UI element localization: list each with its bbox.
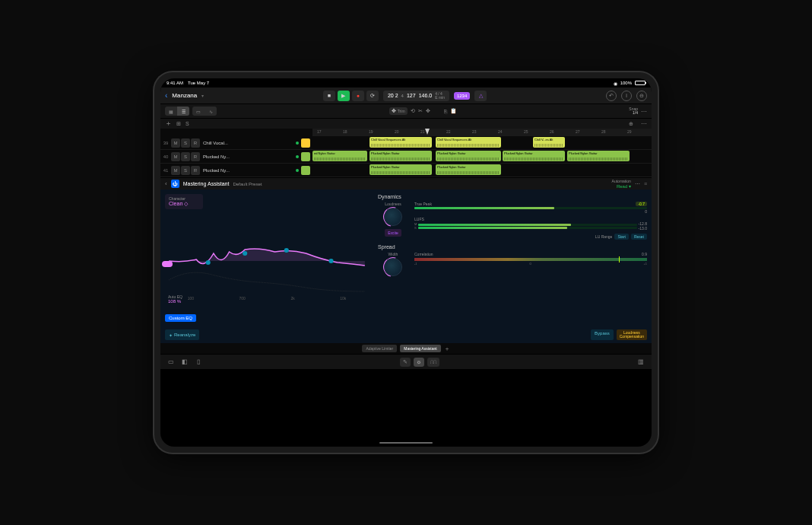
back-button[interactable]: ‹ [165, 91, 167, 100]
play-button[interactable]: ▶ [338, 91, 350, 101]
lu-reset-button[interactable]: Reset [631, 234, 647, 240]
metronome-button[interactable]: △ [474, 91, 487, 101]
track-header[interactable]: 39 M S R Chill Vocal... [160, 136, 312, 150]
character-selector[interactable]: Character Clean ◇ [165, 194, 203, 209]
home-indicator[interactable] [379, 442, 433, 444]
lcd-display[interactable]: 20 2 4 127 146.0 4 / 4 E min [383, 91, 449, 101]
stop-button[interactable]: ■ [323, 91, 335, 101]
region[interactable]: Chill V...es Alt [533, 137, 565, 148]
record-enable-button[interactable]: R [191, 152, 200, 161]
reanalyze-button[interactable]: ✦ Reanalyze [165, 329, 199, 340]
mixer-button[interactable]: ◧ [180, 358, 189, 367]
track-header[interactable]: 40 M S R Plucked Ny... [160, 150, 312, 164]
move-tool-icon[interactable]: ✥ [426, 108, 430, 114]
plugin-power-button[interactable]: ⏻ [171, 180, 179, 188]
eq-graph[interactable]: 100 700 2k 10k [165, 215, 369, 299]
solo-all-button[interactable]: S [186, 121, 189, 126]
excite-button[interactable]: Excite [385, 229, 401, 237]
plugin-more-button[interactable]: ⋯ [635, 181, 640, 187]
eq-node-2[interactable] [243, 251, 247, 256]
track-options-button[interactable]: ⋯ [641, 120, 647, 127]
add-plugin-button[interactable]: ＋ [444, 345, 450, 353]
undo-button[interactable]: ↶ [606, 91, 617, 101]
track-instrument-icon[interactable] [301, 138, 310, 148]
loudness-comp-button[interactable]: LoudnessCompensation [617, 329, 647, 340]
cycle-button[interactable]: ⟳ [366, 91, 379, 101]
region[interactable]: Plucked Nylon Guitar [436, 151, 501, 161]
solo-button[interactable]: S [181, 166, 190, 175]
plugin-tab[interactable]: Adaptive Limiter [362, 345, 397, 352]
scissors-tool-icon[interactable]: ✂ [418, 108, 423, 114]
mute-button[interactable]: M [171, 166, 180, 175]
mute-button[interactable]: M [171, 152, 180, 161]
edit-mode-button[interactable]: ✎ [400, 358, 411, 367]
region[interactable]: Plucked Nylon Guitar [436, 164, 501, 175]
track-more-icon[interactable]: ⊕ [629, 121, 633, 127]
copy-tool-icon[interactable]: ⎘ [444, 109, 447, 114]
correlation-meter [414, 258, 647, 261]
status-time: 9:41 AM [167, 81, 183, 85]
snap-display[interactable]: Snap 1/4 [629, 107, 638, 115]
record-enable-button[interactable]: R [191, 138, 200, 148]
solo-button[interactable]: S [181, 138, 190, 148]
dynamics-title: Dynamics [378, 194, 647, 199]
plugin-tab[interactable]: Mastering Assistant [400, 345, 440, 352]
info-button[interactable]: i [621, 91, 632, 101]
track-header[interactable]: 41 M S R Plucked Ny... [160, 164, 312, 177]
region[interactable]: ed Nylon Guitar [312, 151, 367, 161]
grid-view-button[interactable]: ▦ [165, 107, 177, 116]
keyboard-button[interactable]: ▥ [636, 358, 645, 367]
ruler[interactable]: 17181920212223242526272829 [312, 129, 652, 136]
track-instrument-icon[interactable] [301, 166, 310, 175]
smart-controls-button[interactable]: ☼ [414, 358, 424, 367]
mute-button[interactable]: M [171, 138, 180, 148]
eq-gain-handle[interactable] [162, 261, 173, 267]
lcd-key: E min [435, 96, 445, 100]
automation-view-button[interactable]: ∿ [205, 107, 217, 116]
playhead[interactable] [425, 129, 430, 135]
region[interactable]: Plucked Nylon Guitar [370, 164, 432, 175]
region[interactable]: Plucked Nylon Guitar [503, 151, 565, 161]
library-button[interactable]: ▯ [194, 358, 203, 367]
lu-start-button[interactable]: Start [614, 234, 629, 240]
loudness-knob[interactable] [384, 208, 402, 226]
eq-node-1[interactable] [206, 260, 211, 265]
solo-button[interactable]: S [181, 152, 190, 161]
track-content[interactable]: 17181920212223242526272829 Chill Vocal S… [312, 129, 652, 177]
pointer-tool-icon[interactable]: ✥ [392, 108, 396, 114]
automation-mode[interactable]: Read ▾ [612, 183, 631, 189]
more-button[interactable]: ⋯ [641, 108, 647, 115]
ruler-tick: 21 [420, 129, 425, 134]
plugin-preset[interactable]: Default Preset [233, 182, 262, 186]
loop-tool-icon[interactable]: ⟲ [411, 108, 415, 114]
add-track-button[interactable]: ＋ [165, 119, 172, 129]
record-button[interactable]: ● [352, 91, 364, 101]
track-number: 39 [160, 141, 171, 145]
plugin-back-button[interactable]: ‹ [165, 180, 167, 187]
region[interactable]: Plucked Nylon Guitar [567, 151, 630, 161]
custom-eq-button[interactable]: Custom EQ [165, 314, 196, 322]
track-instrument-icon[interactable] [301, 152, 310, 161]
count-in-button[interactable]: 1234 [454, 92, 470, 100]
track-stack-icon[interactable]: ⊞ [176, 121, 181, 127]
eq-node-4[interactable] [328, 259, 333, 263]
width-knob[interactable] [384, 258, 402, 276]
bypass-button[interactable]: Bypass [591, 329, 614, 340]
project-dropdown-icon[interactable]: ▾ [201, 93, 204, 98]
browser-button[interactable]: ▭ [167, 358, 176, 367]
ruler-tick: 17 [317, 129, 322, 134]
settings-button[interactable]: ⊖ [636, 91, 647, 101]
eq-node-3[interactable] [284, 248, 289, 253]
project-name[interactable]: Manzana [172, 92, 197, 99]
region[interactable]: Chill Vocal Sequences Alt [436, 137, 501, 148]
region[interactable]: Plucked Nylon Guitar [370, 151, 432, 161]
true-peak-meter [414, 207, 647, 209]
region-view-button[interactable]: ▭ [192, 107, 205, 116]
region[interactable]: Chill Vocal Sequences Alt [370, 137, 432, 148]
region-lane-0: Chill Vocal Sequences AltChill Vocal Seq… [312, 136, 652, 150]
paste-tool-icon[interactable]: 📋 [450, 108, 457, 114]
plugin-resize-icon[interactable]: ≡ [644, 181, 647, 186]
list-view-button[interactable]: ☰ [177, 107, 189, 116]
record-enable-button[interactable]: R [191, 166, 200, 175]
mixer-controls-button[interactable]: ⎍⎍ [427, 358, 439, 367]
